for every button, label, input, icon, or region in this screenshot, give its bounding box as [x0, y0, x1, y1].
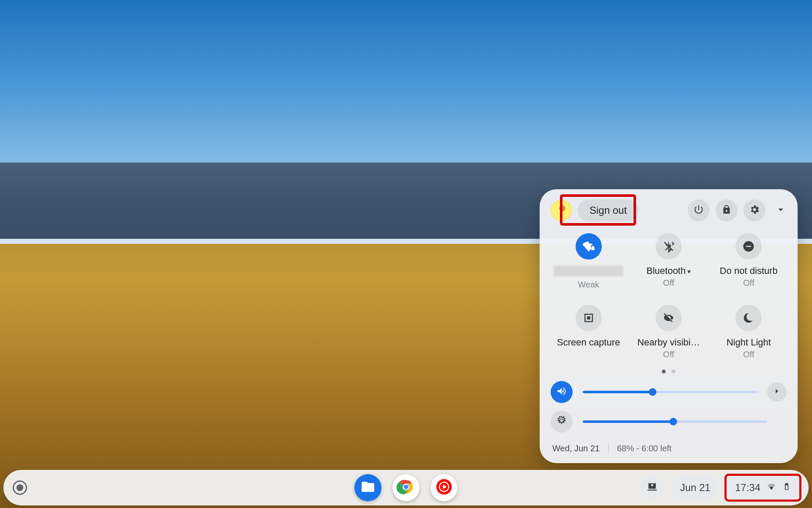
pinned-apps	[354, 474, 458, 501]
volume-icon	[556, 386, 567, 398]
brightness-slider[interactable]	[583, 420, 767, 423]
footer-battery: 68% - 6:00 left	[617, 444, 672, 453]
quick-settings-footer: Wed, Jun 21 68% - 6:00 left	[551, 440, 787, 456]
tile-bluetooth[interactable]: Bluetooth▾ Off	[633, 233, 705, 290]
tile-label: Screen capture	[553, 337, 625, 348]
launcher-button[interactable]	[13, 480, 27, 495]
app-files[interactable]	[354, 474, 381, 501]
brightness-button[interactable]	[551, 411, 573, 433]
chevron-down-icon	[775, 210, 787, 217]
brightness-icon	[556, 415, 567, 428]
folder-icon	[360, 479, 376, 496]
power-button[interactable]	[688, 199, 710, 221]
tile-nearby-visibility[interactable]: Nearby visibi… Off	[633, 305, 705, 359]
screen-capture-icon	[576, 305, 602, 331]
tile-dnd[interactable]: Do not disturb Off	[713, 233, 785, 290]
tile-sublabel: Off	[633, 278, 705, 288]
bluetooth-off-icon	[656, 233, 682, 260]
tile-night-light[interactable]: Night Light Off	[713, 305, 785, 359]
tiles-pager	[551, 370, 787, 373]
power-icon	[693, 204, 704, 217]
lock-button[interactable]	[716, 199, 738, 221]
chrome-icon	[396, 477, 416, 499]
quick-settings-header: Sign out	[551, 199, 787, 221]
tile-screen-capture[interactable]: Screen capture	[553, 305, 625, 359]
quick-settings-tiles: ████████ Weak Bluetooth▾ Off Do not dist…	[551, 233, 787, 359]
chevron-right-icon	[772, 387, 782, 398]
tile-label: Night Light	[713, 337, 785, 348]
visibility-off-icon	[656, 305, 682, 331]
volume-row	[551, 381, 787, 403]
shelf: Jun 21 17:34	[3, 470, 809, 505]
volume-button[interactable]	[551, 381, 573, 403]
tile-label: ████████	[554, 265, 623, 276]
footer-date: Wed, Jun 21	[552, 444, 600, 453]
shelf-date: Jun 21	[680, 482, 710, 494]
collapse-panel-button[interactable]	[775, 204, 787, 217]
status-tray-button[interactable]: 17:34	[727, 476, 799, 500]
separator	[608, 443, 609, 454]
settings-button[interactable]	[743, 199, 765, 221]
tile-sublabel: Weak	[553, 280, 625, 290]
pager-dot[interactable]	[662, 370, 666, 373]
dnd-icon	[735, 233, 762, 260]
wifi-lock-icon	[576, 233, 602, 260]
sign-out-button[interactable]: Sign out	[578, 199, 639, 221]
tile-label: Bluetooth▾	[633, 265, 705, 276]
screen-capture-shelf-button[interactable]	[640, 476, 664, 500]
tile-network[interactable]: ████████ Weak	[553, 233, 625, 290]
pager-dot[interactable]	[672, 370, 675, 373]
quick-settings-panel: Sign out ████████	[540, 189, 798, 463]
lock-icon	[721, 204, 732, 217]
shelf-date-button[interactable]: Jun 21	[672, 476, 719, 500]
screen-capture-icon	[647, 481, 658, 494]
night-light-icon	[735, 305, 762, 331]
tile-label: Do not disturb	[713, 265, 785, 276]
battery-icon	[782, 481, 791, 494]
tile-sublabel: Off	[633, 350, 705, 359]
tile-sublabel: Off	[713, 350, 785, 359]
app-chrome[interactable]	[392, 474, 420, 501]
user-avatar[interactable]	[551, 200, 572, 221]
youtube-music-icon	[435, 478, 453, 498]
chevron-down-icon: ▾	[687, 268, 691, 275]
volume-slider[interactable]	[583, 391, 757, 393]
app-youtube-music[interactable]	[431, 474, 458, 501]
wifi-icon	[766, 481, 776, 494]
shelf-time: 17:34	[735, 482, 760, 494]
audio-settings-button[interactable]	[767, 382, 787, 402]
gear-icon	[749, 204, 760, 217]
tile-label: Nearby visibi…	[633, 337, 705, 348]
brightness-row	[551, 411, 787, 433]
tile-sublabel: Off	[713, 278, 785, 288]
